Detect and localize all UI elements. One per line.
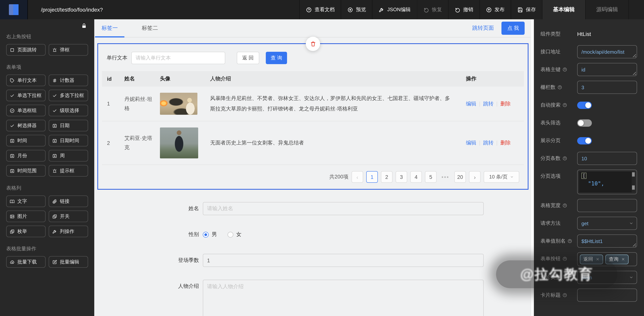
topbar-button-wrench-2[interactable]: JSON编辑	[372, 0, 417, 19]
page-size-select[interactable]: 10 条/页	[484, 171, 519, 183]
page-tab-0[interactable]: 标签一	[95, 19, 124, 37]
topbar-button-publish-5[interactable]: 发布	[480, 0, 511, 19]
panel-control: plain	[577, 271, 637, 284]
page-canvas: 标签一标签二 跳转页面 点 我 单行文本 请输入单行文本 返 回 查 询 id姓…	[94, 19, 534, 316]
sidebar-item-calendar[interactable]: 日期时间	[49, 135, 88, 146]
panel-label-text: 栅栏数	[540, 81, 556, 94]
canvas-scrollbar[interactable]	[530, 19, 534, 316]
sidebar-item-bell[interactable]: 弹框	[49, 44, 88, 56]
panel-input-2[interactable]: id	[577, 63, 637, 76]
sidebar-item-square[interactable]: 页面跳转	[6, 44, 46, 56]
topbar-button-preview-1[interactable]: 预览	[341, 0, 372, 19]
sidebar-item-tag[interactable]: 单行文本	[6, 74, 46, 86]
app-logo[interactable]	[0, 0, 28, 19]
topbar-button-question-circle-0[interactable]: 查看文档	[300, 0, 341, 19]
sidebar-item-check[interactable]: 级联选择	[49, 105, 88, 116]
pagination-page-1[interactable]: 1	[366, 171, 378, 183]
pagination-page-3[interactable]: 3	[396, 171, 407, 183]
gender-radio-1[interactable]: 女	[227, 231, 242, 238]
sidebar-item-book[interactable]: 文字	[6, 196, 46, 207]
jump-page-link[interactable]: 跳转页面	[472, 25, 494, 32]
check-icon	[10, 123, 15, 128]
gender-radio-0[interactable]: 男	[203, 231, 217, 238]
sidebar-item-calendar[interactable]: 周	[49, 150, 88, 162]
panel-code-editor[interactable]: ["10",	[577, 170, 637, 194]
search-input[interactable]: 请输入单行文本	[131, 52, 225, 64]
form-button-chip-0[interactable]: 返回	[580, 254, 603, 264]
pagination-page-20[interactable]: 20	[454, 171, 466, 183]
chevron-down-icon	[629, 275, 634, 280]
sidebar-item-check[interactable]: 多选下拉框	[49, 90, 88, 101]
row-action-2[interactable]: 删除	[500, 140, 511, 146]
panel-label: 分页选项	[540, 170, 577, 183]
panel-select-13[interactable]: plain	[577, 271, 637, 284]
cell-avatar	[160, 93, 210, 115]
panel-input-3[interactable]: 3	[577, 81, 637, 94]
calendar-icon	[10, 168, 15, 173]
sidebar-item-clone[interactable]: 开关	[49, 210, 88, 222]
panel-toggle-6[interactable]	[577, 137, 592, 144]
sidebar-item-hash[interactable]: 计数器	[49, 74, 88, 86]
row-action-1[interactable]: 跳转	[483, 101, 494, 106]
sidebar-item-calendar[interactable]: 日期	[49, 120, 88, 131]
panel-toggle-5[interactable]	[577, 119, 592, 127]
sidebar-item-wrench[interactable]: 列操作	[49, 226, 88, 237]
row-action-1[interactable]: 跳转	[483, 140, 494, 146]
sidebar-item-label: 批量编辑	[60, 259, 79, 265]
pagination-page-5[interactable]: 5	[425, 171, 436, 183]
panel-input-1[interactable]: /mock/api/demo/list	[577, 45, 637, 58]
sidebar-item-paperclip[interactable]: 链接	[49, 196, 88, 207]
panel-toggle-4[interactable]	[577, 102, 592, 109]
sidebar-item-calendar[interactable]: 时间	[6, 135, 46, 146]
x-icon[interactable]	[621, 257, 625, 261]
sidebar-item-bell[interactable]: 提示框	[49, 165, 88, 176]
pagination-page-4[interactable]: 4	[410, 171, 422, 183]
row-action-0[interactable]: 编辑	[466, 140, 476, 146]
page-tab-1[interactable]: 标签二	[135, 19, 164, 37]
sidebar-item-cloud-down[interactable]: 批量下载	[6, 256, 46, 268]
topbar-button-save-6[interactable]: 保存	[511, 0, 542, 19]
topbar-button-label: 查看文档	[315, 6, 335, 13]
pagination-prev[interactable]: ‹	[352, 171, 363, 183]
panel-label-text: 展示分页	[540, 134, 560, 147]
panel-input-14[interactable]	[577, 288, 637, 302]
panel-input-value: 3	[582, 84, 584, 90]
row-action-0[interactable]: 编辑	[466, 101, 476, 106]
click-me-button[interactable]: 点 我	[502, 22, 525, 35]
sidebar-item-check[interactable]: 树选择器	[6, 120, 46, 131]
sidebar-item-check[interactable]: 单选下拉框	[6, 90, 46, 101]
pagination-page-2[interactable]: 2	[381, 171, 392, 183]
selected-component-htlist[interactable]: 单行文本 请输入单行文本 返 回 查 询 id姓名头像人物介绍操作 1丹妮莉丝·…	[97, 43, 528, 190]
panel-input-9[interactable]	[577, 199, 637, 212]
row-action-2[interactable]: 删除	[500, 101, 511, 106]
topbar-button-undo-3[interactable]: 恢复	[417, 0, 448, 19]
panel-select-10[interactable]: get	[577, 217, 637, 230]
season-input[interactable]: 1	[203, 254, 484, 267]
sidebar-item-clone[interactable]: 枚举	[6, 226, 46, 237]
panel-control: HtList	[577, 28, 637, 40]
panel-input-11[interactable]: $$HtList1	[577, 234, 637, 248]
sidebar-item-image[interactable]: 图片	[6, 210, 46, 222]
panel-input-7[interactable]: 10	[577, 152, 637, 165]
sidebar-section-title: 表单项	[6, 64, 88, 71]
form-button-chip-1[interactable]: 查询	[605, 254, 628, 264]
query-button[interactable]: 查 询	[266, 52, 287, 64]
name-input[interactable]: 请输入姓名	[203, 202, 484, 215]
pagination-ellipsis[interactable]: •••	[440, 171, 451, 183]
intro-textarea[interactable]: 请输入人物介绍	[203, 280, 484, 316]
topbar-button-undo-4[interactable]: 撤销	[448, 0, 480, 19]
sidebar-item-calendar[interactable]: 时间范围	[6, 165, 46, 176]
delete-component-button[interactable]	[306, 37, 320, 51]
pagination-next[interactable]: ›	[469, 171, 480, 183]
code-scroll-thumb	[632, 172, 635, 176]
editor-tab-1[interactable]: 源码编辑	[585, 0, 628, 19]
sidebar-item-check-circle[interactable]: 单选框组	[6, 105, 46, 116]
sidebar-item-calendar[interactable]: 月份	[6, 150, 46, 162]
back-button[interactable]: 返 回	[237, 52, 259, 64]
x-icon[interactable]	[596, 257, 600, 261]
editor-tab-0[interactable]: 基本编辑	[542, 0, 585, 19]
sidebar-item-edit-square[interactable]: 批量编辑	[49, 256, 88, 268]
lock-icon[interactable]	[81, 23, 87, 29]
code-scrollbar[interactable]	[632, 172, 635, 192]
panel-label: 分页条数	[540, 152, 577, 165]
